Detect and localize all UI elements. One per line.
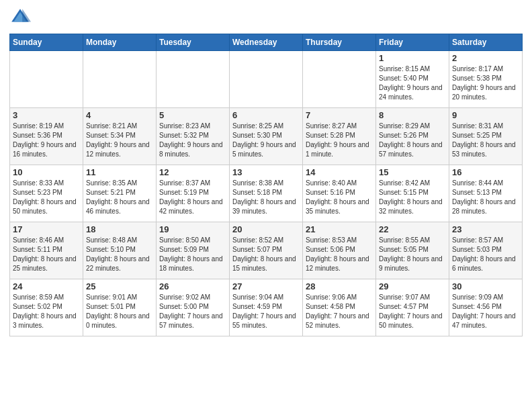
day-cell bbox=[157, 51, 230, 108]
weekday-header-tuesday: Tuesday bbox=[157, 34, 230, 51]
day-number: 18 bbox=[86, 224, 153, 234]
day-number: 21 bbox=[306, 224, 373, 234]
day-cell bbox=[230, 51, 303, 108]
weekday-header-friday: Friday bbox=[376, 34, 449, 51]
day-cell: 4Sunrise: 8:21 AMSunset: 5:34 PMDaylight… bbox=[83, 108, 157, 165]
day-info: Sunrise: 8:50 AMSunset: 5:09 PMDaylight:… bbox=[159, 236, 223, 272]
day-info: Sunrise: 8:23 AMSunset: 5:32 PMDaylight:… bbox=[159, 122, 223, 158]
day-cell: 3Sunrise: 8:19 AMSunset: 5:36 PMDaylight… bbox=[10, 108, 83, 165]
day-number: 22 bbox=[379, 224, 446, 234]
day-info: Sunrise: 8:57 AMSunset: 5:03 PMDaylight:… bbox=[452, 236, 516, 272]
day-number: 6 bbox=[232, 110, 300, 120]
day-cell bbox=[303, 51, 376, 108]
weekday-header-saturday: Saturday bbox=[449, 34, 523, 51]
day-cell: 15Sunrise: 8:42 AMSunset: 5:15 PMDayligh… bbox=[376, 165, 449, 222]
day-number: 5 bbox=[159, 110, 226, 120]
day-cell: 13Sunrise: 8:38 AMSunset: 5:18 PMDayligh… bbox=[230, 165, 303, 222]
day-info: Sunrise: 9:07 AMSunset: 4:57 PMDaylight:… bbox=[379, 293, 443, 329]
day-info: Sunrise: 8:29 AMSunset: 5:26 PMDaylight:… bbox=[379, 122, 443, 158]
week-row-3: 10Sunrise: 8:33 AMSunset: 5:23 PMDayligh… bbox=[10, 165, 523, 222]
logo-icon bbox=[9, 7, 31, 28]
day-cell: 28Sunrise: 9:06 AMSunset: 4:58 PMDayligh… bbox=[303, 279, 376, 336]
day-info: Sunrise: 8:15 AMSunset: 5:40 PMDaylight:… bbox=[379, 65, 443, 101]
day-number: 20 bbox=[232, 224, 300, 234]
day-cell: 16Sunrise: 8:44 AMSunset: 5:13 PMDayligh… bbox=[449, 165, 523, 222]
day-info: Sunrise: 8:31 AMSunset: 5:25 PMDaylight:… bbox=[452, 122, 516, 158]
day-number: 12 bbox=[159, 167, 226, 177]
day-cell: 25Sunrise: 9:01 AMSunset: 5:01 PMDayligh… bbox=[83, 279, 157, 336]
logo bbox=[9, 7, 34, 28]
weekday-header-monday: Monday bbox=[83, 34, 157, 51]
day-cell: 14Sunrise: 8:40 AMSunset: 5:16 PMDayligh… bbox=[303, 165, 376, 222]
day-cell: 12Sunrise: 8:37 AMSunset: 5:19 PMDayligh… bbox=[157, 165, 230, 222]
day-number: 10 bbox=[13, 167, 80, 177]
day-cell bbox=[83, 51, 157, 108]
day-number: 16 bbox=[452, 167, 519, 177]
week-row-5: 24Sunrise: 8:59 AMSunset: 5:02 PMDayligh… bbox=[10, 279, 523, 336]
day-info: Sunrise: 8:40 AMSunset: 5:16 PMDaylight:… bbox=[306, 179, 369, 215]
day-number: 30 bbox=[452, 281, 519, 291]
day-info: Sunrise: 8:27 AMSunset: 5:28 PMDaylight:… bbox=[306, 122, 369, 158]
day-cell: 30Sunrise: 9:09 AMSunset: 4:56 PMDayligh… bbox=[449, 279, 523, 336]
day-info: Sunrise: 8:37 AMSunset: 5:19 PMDaylight:… bbox=[159, 179, 223, 215]
day-number: 24 bbox=[13, 281, 80, 291]
day-info: Sunrise: 9:01 AMSunset: 5:01 PMDaylight:… bbox=[86, 293, 150, 329]
day-info: Sunrise: 8:19 AMSunset: 5:36 PMDaylight:… bbox=[13, 122, 77, 158]
day-cell: 20Sunrise: 8:52 AMSunset: 5:07 PMDayligh… bbox=[230, 222, 303, 279]
day-number: 15 bbox=[379, 167, 446, 177]
day-cell: 22Sunrise: 8:55 AMSunset: 5:05 PMDayligh… bbox=[376, 222, 449, 279]
day-info: Sunrise: 8:21 AMSunset: 5:34 PMDaylight:… bbox=[86, 122, 150, 158]
day-cell: 18Sunrise: 8:48 AMSunset: 5:10 PMDayligh… bbox=[83, 222, 157, 279]
weekday-header-row: SundayMondayTuesdayWednesdayThursdayFrid… bbox=[10, 34, 523, 51]
weekday-header-sunday: Sunday bbox=[10, 34, 83, 51]
week-row-4: 17Sunrise: 8:46 AMSunset: 5:11 PMDayligh… bbox=[10, 222, 523, 279]
day-cell: 17Sunrise: 8:46 AMSunset: 5:11 PMDayligh… bbox=[10, 222, 83, 279]
day-info: Sunrise: 8:25 AMSunset: 5:30 PMDaylight:… bbox=[232, 122, 296, 158]
day-info: Sunrise: 8:59 AMSunset: 5:02 PMDaylight:… bbox=[13, 293, 77, 329]
day-cell: 29Sunrise: 9:07 AMSunset: 4:57 PMDayligh… bbox=[376, 279, 449, 336]
day-info: Sunrise: 9:04 AMSunset: 4:59 PMDaylight:… bbox=[232, 293, 296, 329]
day-info: Sunrise: 8:33 AMSunset: 5:23 PMDaylight:… bbox=[13, 179, 77, 215]
page: SundayMondayTuesdayWednesdayThursdayFrid… bbox=[0, 0, 532, 411]
day-number: 25 bbox=[86, 281, 153, 291]
day-info: Sunrise: 9:02 AMSunset: 5:00 PMDaylight:… bbox=[159, 293, 223, 329]
week-row-1: 1Sunrise: 8:15 AMSunset: 5:40 PMDaylight… bbox=[10, 51, 523, 108]
day-cell: 21Sunrise: 8:53 AMSunset: 5:06 PMDayligh… bbox=[303, 222, 376, 279]
day-cell: 24Sunrise: 8:59 AMSunset: 5:02 PMDayligh… bbox=[10, 279, 83, 336]
day-info: Sunrise: 8:53 AMSunset: 5:06 PMDaylight:… bbox=[306, 236, 369, 272]
day-info: Sunrise: 8:55 AMSunset: 5:05 PMDaylight:… bbox=[379, 236, 443, 272]
day-cell: 9Sunrise: 8:31 AMSunset: 5:25 PMDaylight… bbox=[449, 108, 523, 165]
day-number: 1 bbox=[379, 53, 446, 63]
day-cell: 6Sunrise: 8:25 AMSunset: 5:30 PMDaylight… bbox=[230, 108, 303, 165]
day-cell: 1Sunrise: 8:15 AMSunset: 5:40 PMDaylight… bbox=[376, 51, 449, 108]
day-cell: 8Sunrise: 8:29 AMSunset: 5:26 PMDaylight… bbox=[376, 108, 449, 165]
day-number: 19 bbox=[159, 224, 226, 234]
day-cell: 10Sunrise: 8:33 AMSunset: 5:23 PMDayligh… bbox=[10, 165, 83, 222]
day-number: 29 bbox=[379, 281, 446, 291]
day-number: 28 bbox=[306, 281, 373, 291]
day-number: 23 bbox=[452, 224, 519, 234]
weekday-header-thursday: Thursday bbox=[303, 34, 376, 51]
calendar-table: SundayMondayTuesdayWednesdayThursdayFrid… bbox=[9, 34, 523, 336]
day-info: Sunrise: 8:42 AMSunset: 5:15 PMDaylight:… bbox=[379, 179, 443, 215]
header bbox=[9, 7, 523, 28]
day-number: 2 bbox=[452, 53, 519, 63]
svg-marker-2 bbox=[22, 9, 31, 21]
day-info: Sunrise: 8:17 AMSunset: 5:38 PMDaylight:… bbox=[452, 65, 516, 101]
day-number: 14 bbox=[306, 167, 373, 177]
day-number: 27 bbox=[232, 281, 300, 291]
day-info: Sunrise: 8:35 AMSunset: 5:21 PMDaylight:… bbox=[86, 179, 150, 215]
day-cell: 2Sunrise: 8:17 AMSunset: 5:38 PMDaylight… bbox=[449, 51, 523, 108]
day-number: 9 bbox=[452, 110, 519, 120]
day-number: 11 bbox=[86, 167, 153, 177]
day-cell: 11Sunrise: 8:35 AMSunset: 5:21 PMDayligh… bbox=[83, 165, 157, 222]
day-cell bbox=[10, 51, 83, 108]
day-cell: 5Sunrise: 8:23 AMSunset: 5:32 PMDaylight… bbox=[157, 108, 230, 165]
day-number: 17 bbox=[13, 224, 80, 234]
day-cell: 27Sunrise: 9:04 AMSunset: 4:59 PMDayligh… bbox=[230, 279, 303, 336]
day-info: Sunrise: 8:46 AMSunset: 5:11 PMDaylight:… bbox=[13, 236, 77, 272]
day-cell: 7Sunrise: 8:27 AMSunset: 5:28 PMDaylight… bbox=[303, 108, 376, 165]
day-info: Sunrise: 8:38 AMSunset: 5:18 PMDaylight:… bbox=[232, 179, 296, 215]
day-info: Sunrise: 9:06 AMSunset: 4:58 PMDaylight:… bbox=[306, 293, 369, 329]
day-number: 13 bbox=[232, 167, 300, 177]
